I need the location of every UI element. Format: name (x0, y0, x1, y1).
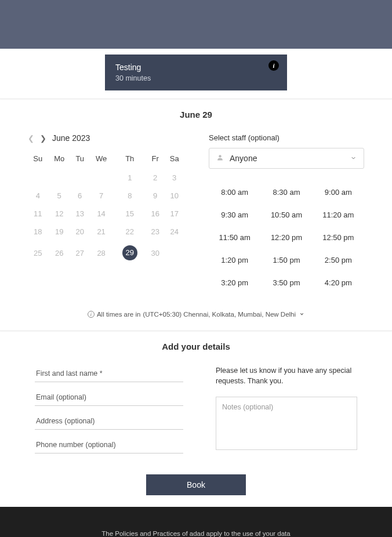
service-title: Testing (115, 63, 277, 72)
calendar-day: 13 (71, 205, 89, 223)
calendar-day (48, 169, 71, 187)
phone-input[interactable] (35, 437, 183, 453)
calendar-dow: Su (28, 151, 48, 169)
time-slot[interactable]: 11:20 am (313, 206, 364, 223)
calendar-day: 2 (146, 169, 164, 187)
time-slot[interactable]: 11:50 am (209, 229, 260, 246)
service-card[interactable]: Testing 30 minutes i (105, 55, 287, 90)
calendar-day: 24 (164, 223, 184, 241)
footer: The Policies and Practices of adad apply… (0, 507, 392, 537)
name-input[interactable] (35, 365, 183, 382)
calendar-day: 16 (146, 205, 164, 223)
calendar-day: 28 (89, 241, 114, 265)
calendar-day (89, 169, 114, 187)
selected-date-heading: June 29 (0, 110, 392, 119)
requests-note: Please let us know if you have any speci… (216, 365, 357, 386)
time-slot[interactable]: 1:20 pm (209, 252, 260, 268)
calendar-day: 15 (114, 205, 146, 223)
calendar-day (164, 241, 184, 265)
calendar-month-label: June 2023 (52, 133, 90, 143)
calendar-dow: Tu (71, 151, 89, 169)
time-slot[interactable]: 9:30 am (209, 206, 260, 223)
calendar-grid: SuMoTuWeThFrSa 1234567891011121314151617… (28, 151, 184, 265)
time-slot[interactable]: 10:50 am (260, 206, 312, 223)
staff-selected: Anyone (230, 154, 344, 163)
calendar-day: 22 (114, 223, 146, 241)
calendar-day: 9 (146, 187, 164, 205)
time-slot[interactable]: 1:50 pm (260, 252, 312, 268)
calendar-day: 20 (71, 223, 89, 241)
calendar-day: 5 (48, 187, 71, 205)
time-slot[interactable]: 3:50 pm (260, 274, 312, 291)
calendar-day[interactable]: 30 (146, 241, 164, 265)
service-duration: 30 minutes (115, 74, 277, 82)
email-input[interactable] (35, 389, 183, 406)
details-header: Add your details (0, 342, 392, 351)
calendar-day: 7 (89, 187, 114, 205)
time-slots: 8:00 am8:30 am9:00 am9:30 am10:50 am11:2… (209, 184, 364, 291)
staff-dropdown[interactable]: Anyone (209, 148, 364, 169)
calendar-day: 25 (28, 241, 48, 265)
divider (0, 99, 392, 99)
chevron-left-icon: ❮ (28, 134, 34, 143)
calendar-day: 26 (48, 241, 71, 265)
chevron-down-icon (299, 311, 304, 318)
time-slot[interactable]: 8:00 am (209, 184, 260, 201)
calendar-day: 18 (28, 223, 48, 241)
calendar-day: 4 (28, 187, 48, 205)
person-icon (216, 154, 224, 163)
calendar-day: 10 (164, 187, 184, 205)
info-circle-icon: i (88, 311, 95, 318)
chevron-right-icon[interactable]: ❯ (40, 134, 46, 143)
calendar-day: 14 (89, 205, 114, 223)
calendar-dow: We (89, 151, 114, 169)
calendar-day[interactable]: 29 (114, 241, 146, 265)
book-button[interactable]: Book (146, 474, 246, 495)
calendar-dow: Th (114, 151, 146, 169)
chevron-down-icon (350, 155, 357, 162)
calendar-day: 1 (114, 169, 146, 187)
time-slot[interactable]: 12:50 pm (313, 229, 364, 246)
calendar-day: 3 (164, 169, 184, 187)
calendar-day (28, 169, 48, 187)
footer-text: The Policies and Practices of adad apply… (0, 530, 392, 537)
calendar-nav: ❮ ❯ June 2023 (28, 133, 184, 143)
calendar-day: 23 (146, 223, 164, 241)
calendar-dow: Sa (164, 151, 184, 169)
time-slot[interactable]: 2:50 pm (313, 252, 364, 268)
calendar-day: 21 (89, 223, 114, 241)
calendar-day: 6 (71, 187, 89, 205)
calendar-day: 19 (48, 223, 71, 241)
time-slot[interactable]: 3:20 pm (209, 274, 260, 291)
calendar-dow: Mo (48, 151, 71, 169)
timezone-prefix: All times are in (97, 311, 140, 318)
divider (0, 331, 392, 331)
calendar-day: 17 (164, 205, 184, 223)
time-slot[interactable]: 4:20 pm (313, 274, 364, 291)
top-banner (0, 0, 392, 49)
time-slot[interactable]: 9:00 am (313, 184, 364, 201)
calendar-day: 11 (28, 205, 48, 223)
calendar-day: 12 (48, 205, 71, 223)
info-icon[interactable]: i (268, 60, 279, 71)
timezone-value: (UTC+05:30) Chennai, Kolkata, Mumbai, Ne… (143, 311, 296, 318)
calendar-day (71, 169, 89, 187)
calendar-day: 27 (71, 241, 89, 265)
address-input[interactable] (35, 413, 183, 430)
staff-label: Select staff (optional) (209, 133, 364, 142)
notes-textarea[interactable] (216, 397, 357, 450)
timezone-row[interactable]: i All times are in (UTC+05:30) Chennai, … (0, 311, 392, 318)
calendar-dow: Fr (146, 151, 164, 169)
time-slot[interactable]: 8:30 am (260, 184, 312, 201)
time-slot[interactable]: 12:20 pm (260, 229, 312, 246)
svg-point-0 (219, 155, 221, 157)
calendar-day: 8 (114, 187, 146, 205)
